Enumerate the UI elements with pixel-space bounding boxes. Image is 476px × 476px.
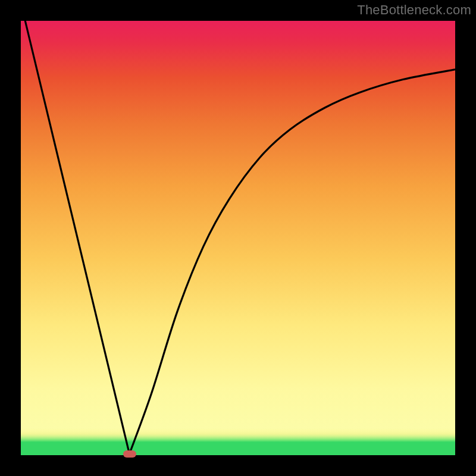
chart-root: TheBottleneck.com <box>0 0 476 476</box>
min-marker <box>123 450 136 458</box>
plot-area <box>21 21 455 455</box>
watermark-text: TheBottleneck.com <box>357 2 471 18</box>
bottleneck-curve <box>25 21 455 454</box>
curve-svg <box>21 21 455 455</box>
